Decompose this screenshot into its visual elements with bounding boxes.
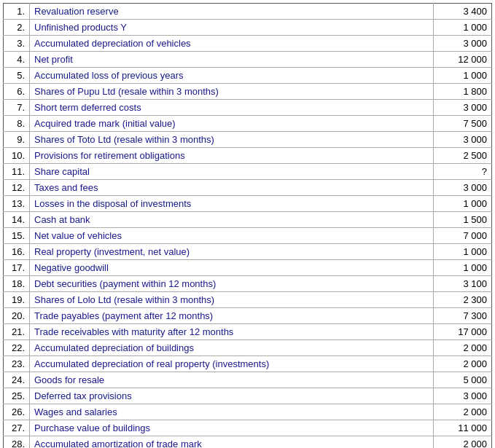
row-value: 3 400 [434, 4, 492, 20]
row-value: 1 000 [434, 244, 492, 260]
row-number: 21. [4, 324, 30, 340]
row-number: 5. [4, 68, 30, 84]
table-row: 20.Trade payables (payment after 12 mont… [4, 308, 492, 324]
row-label: Real property (investment, net value) [30, 244, 434, 260]
row-label: Taxes and fees [30, 180, 434, 196]
row-number: 4. [4, 52, 30, 68]
row-value: 2 300 [434, 292, 492, 308]
table-row: 15.Net value of vehicles7 000 [4, 228, 492, 244]
row-value: 1 000 [434, 260, 492, 276]
row-number: 22. [4, 340, 30, 356]
row-value: ? [434, 164, 492, 180]
table-row: 23.Accumulated depreciation of real prop… [4, 356, 492, 372]
table-row: 11.Share capital? [4, 164, 492, 180]
row-label: Debt securities (payment within 12 month… [30, 276, 434, 292]
row-label: Net profit [30, 52, 434, 68]
table-row: 18.Debt securities (payment within 12 mo… [4, 276, 492, 292]
row-value: 11 000 [434, 420, 492, 436]
row-value: 1 000 [434, 196, 492, 212]
row-value: 1 800 [434, 84, 492, 100]
row-value: 17 000 [434, 324, 492, 340]
table-row: 16.Real property (investment, net value)… [4, 244, 492, 260]
row-number: 19. [4, 292, 30, 308]
row-number: 17. [4, 260, 30, 276]
row-label: Trade payables (payment after 12 months) [30, 308, 434, 324]
row-label: Acquired trade mark (initial value) [30, 116, 434, 132]
row-number: 16. [4, 244, 30, 260]
row-label: Goods for resale [30, 372, 434, 388]
row-label: Net value of vehicles [30, 228, 434, 244]
row-label: Deferred tax provisions [30, 388, 434, 404]
row-number: 24. [4, 372, 30, 388]
financial-data-table: 1.Revaluation reserve3 4002.Unfinished p… [3, 3, 492, 448]
table-row: 13.Losses in the disposal of investments… [4, 196, 492, 212]
row-number: 7. [4, 100, 30, 116]
row-label: Trade receivables with maturity after 12… [30, 324, 434, 340]
row-value: 2 000 [434, 436, 492, 449]
row-number: 25. [4, 388, 30, 404]
row-label: Unfinished products Y [30, 20, 434, 36]
table-row: 27.Purchase value of buildings11 000 [4, 420, 492, 436]
row-label: Revaluation reserve [30, 4, 434, 20]
row-number: 14. [4, 212, 30, 228]
row-value: 12 000 [434, 52, 492, 68]
row-label: Accumulated depreciation of real propert… [30, 356, 434, 372]
table-row: 17.Negative goodwill1 000 [4, 260, 492, 276]
row-number: 8. [4, 116, 30, 132]
row-number: 10. [4, 148, 30, 164]
row-label: Shares of Lolo Ltd (resale within 3 mont… [30, 292, 434, 308]
row-value: 3 000 [434, 100, 492, 116]
table-row: 10.Provisions for retirement obligations… [4, 148, 492, 164]
row-number: 9. [4, 132, 30, 148]
row-value: 3 100 [434, 276, 492, 292]
row-label: Accumulated loss of previous years [30, 68, 434, 84]
row-number: 15. [4, 228, 30, 244]
row-label: Provisions for retirement obligations [30, 148, 434, 164]
table-row: 14.Cash at bank1 500 [4, 212, 492, 228]
table-row: 4.Net profit12 000 [4, 52, 492, 68]
table-row: 9.Shares of Toto Ltd (resale within 3 mo… [4, 132, 492, 148]
row-label: Negative goodwill [30, 260, 434, 276]
table-row: 8.Acquired trade mark (initial value)7 5… [4, 116, 492, 132]
row-label: Short term deferred costs [30, 100, 434, 116]
row-value: 5 000 [434, 372, 492, 388]
table-row: 22.Accumulated depreciation of buildings… [4, 340, 492, 356]
row-label: Share capital [30, 164, 434, 180]
table-row: 1.Revaluation reserve3 400 [4, 4, 492, 20]
row-value: 2 500 [434, 148, 492, 164]
row-value: 1 000 [434, 68, 492, 84]
row-value: 3 000 [434, 36, 492, 52]
row-value: 7 500 [434, 116, 492, 132]
table-row: 19.Shares of Lolo Ltd (resale within 3 m… [4, 292, 492, 308]
row-number: 26. [4, 404, 30, 420]
row-number: 12. [4, 180, 30, 196]
row-value: 1 500 [434, 212, 492, 228]
row-value: 7 000 [434, 228, 492, 244]
table-row: 5.Accumulated loss of previous years1 00… [4, 68, 492, 84]
table-row: 6.Shares of Pupu Ltd (resale within 3 mo… [4, 84, 492, 100]
row-value: 2 000 [434, 356, 492, 372]
row-value: 7 300 [434, 308, 492, 324]
row-label: Cash at bank [30, 212, 434, 228]
row-value: 2 000 [434, 340, 492, 356]
row-label: Accumulated depreciation of buildings [30, 340, 434, 356]
table-row: 3.Accumulated depreciation of vehicles3 … [4, 36, 492, 52]
row-value: 1 000 [434, 20, 492, 36]
table-row: 7.Short term deferred costs3 000 [4, 100, 492, 116]
row-label: Losses in the disposal of investments [30, 196, 434, 212]
table-row: 12.Taxes and fees3 000 [4, 180, 492, 196]
table-row: 28.Accumulated amortization of trade mar… [4, 436, 492, 449]
row-number: 3. [4, 36, 30, 52]
row-number: 6. [4, 84, 30, 100]
table-row: 25.Deferred tax provisions3 000 [4, 388, 492, 404]
table-row: 2.Unfinished products Y1 000 [4, 20, 492, 36]
row-value: 2 000 [434, 404, 492, 420]
row-label: Wages and salaries [30, 404, 434, 420]
row-number: 1. [4, 4, 30, 20]
row-label: Purchase value of buildings [30, 420, 434, 436]
row-value: 3 000 [434, 180, 492, 196]
row-number: 20. [4, 308, 30, 324]
row-number: 13. [4, 196, 30, 212]
row-label: Accumulated depreciation of vehicles [30, 36, 434, 52]
row-number: 27. [4, 420, 30, 436]
